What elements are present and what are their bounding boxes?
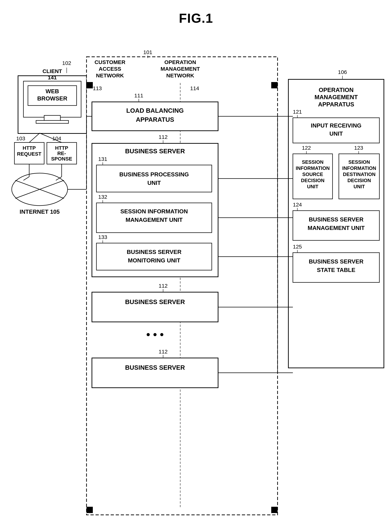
siddu-label1: SESSION [348,160,370,165]
svg-rect-38 [92,358,218,388]
client141-num: 141 [48,75,57,80]
siddu-label3: DESTINATION [343,172,376,177]
http-req-label1: HTTP [23,145,36,151]
iru-label2: UNIT [329,130,343,137]
corner-sq-tl [87,82,93,88]
simu-label2: MANAGEMENT UNIT [126,217,183,223]
ref113: 113 [93,85,102,91]
ref121: 121 [293,109,302,115]
diagram-container: WEB BROWSER CLIENT 141 102 HTTP REQUEST … [0,24,392,532]
sisdu-label1: SESSION [302,160,323,165]
ref112c: 112 [159,348,168,354]
ref103: 103 [16,136,25,141]
oma-label2: MANAGEMENT [314,94,358,100]
ref123: 123 [354,145,363,151]
svg-rect-3 [44,115,60,121]
siddu-label5: UNIT [354,184,365,189]
sisdu-label3: SOURCE [302,172,323,177]
page-title: FIG.1 [0,0,392,26]
corner-sq-tr [271,82,278,88]
sisdu-label4: DECISION [301,178,325,183]
svg-rect-30 [96,243,212,270]
ref101: 101 [143,49,152,55]
ref112a: 112 [159,134,168,140]
ref131: 131 [98,156,107,162]
ref106: 106 [338,69,347,75]
ref132: 132 [98,194,107,200]
op-network-label2: MANAGEMENT [161,66,200,72]
ref122: 122 [302,145,311,151]
ref125: 125 [293,244,302,250]
ref112b: 112 [159,283,168,289]
lba-label1: LOAD BALANCING [126,107,184,114]
iru-label1: INPUT RECEIVING [311,122,362,129]
bsst-label2: STATE TABLE [317,267,355,273]
dots: • • • [146,328,164,340]
web-browser-label1: WEB [46,88,59,94]
corner-sq-br [271,507,278,513]
internet-label: INTERNET 105 [20,208,60,215]
svg-rect-4 [36,120,69,123]
bpu-label2: UNIT [147,180,161,186]
customer-network-label2: ACCESS [98,66,121,72]
oma-label3: APPARATUS [318,101,354,108]
corner-sq-bl [87,507,93,513]
bsmu-oma-label2: MANAGEMENT UNIT [308,225,365,231]
ref124: 124 [293,202,302,207]
lba-label2: APPARATUS [136,116,174,123]
bs1-label: BUSINESS SERVER [125,147,185,155]
http-resp-label2: RE- [57,151,66,156]
bs3-label1: BUSINESS SERVER [125,364,185,371]
http-resp-label3: SPONSE [51,156,72,162]
svg-line-11 [29,133,40,142]
op-network-label1: OPERATION [164,59,196,65]
bsmu-oma-label1: BUSINESS SERVER [309,216,364,223]
siddu-label4: DECISION [347,178,371,183]
svg-rect-35 [92,292,218,322]
sisdu-label5: UNIT [307,184,318,189]
bpu-label1: BUSINESS PROCESSING [119,171,189,178]
svg-rect-26 [96,165,212,192]
bsst-label1: BUSINESS SERVER [309,258,364,265]
client141-label: CLIENT [42,68,62,74]
customer-network-label1: CUSTOMER [94,59,125,65]
bsmu-label2: MONITORING UNIT [128,257,180,264]
ref133: 133 [98,234,107,240]
ref114: 114 [190,85,199,91]
http-req-label2: REQUEST [17,151,41,157]
siddu-label2: INFORMATION [342,165,376,171]
sisdu-label2: INFORMATION [296,165,330,171]
web-browser-label2: BROWSER [37,95,67,102]
ref111: 111 [134,93,143,99]
customer-network-label3: NETWORK [96,72,124,78]
ref102: 102 [62,60,71,66]
bs2-label1: BUSINESS SERVER [125,298,185,305]
simu-label1: SESSION INFORMATION [120,208,188,215]
oma-label1: OPERATION [319,87,354,93]
bsmu-label1: BUSINESS SERVER [127,249,182,255]
op-network-label3: NETWORK [166,72,194,78]
http-resp-label1: HTTP [55,145,68,151]
